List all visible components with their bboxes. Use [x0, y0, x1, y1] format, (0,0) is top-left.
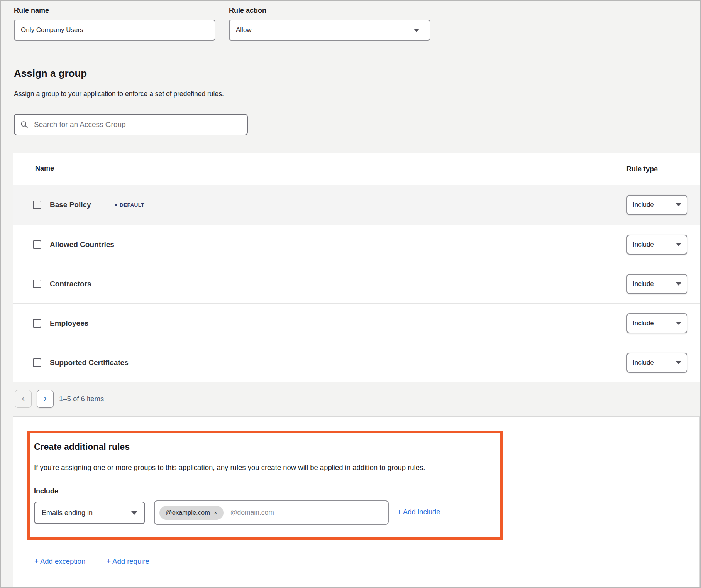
- add-require-link[interactable]: + Add require: [107, 557, 149, 566]
- row-name: Supported Certificates: [50, 358, 129, 367]
- chevron-down-icon: [676, 322, 681, 325]
- rule-type-select[interactable]: Include: [626, 313, 687, 333]
- table-row-employees: Employees Include: [13, 303, 700, 343]
- condition-value: Emails ending in: [42, 509, 93, 517]
- chevron-down-icon: [676, 243, 681, 246]
- rule-type-value: Include: [633, 241, 654, 248]
- rule-action-select[interactable]: Allow: [229, 20, 430, 41]
- rule-type-select[interactable]: Include: [626, 235, 687, 255]
- row-checkbox[interactable]: [33, 358, 41, 367]
- email-domain-input-wrapper[interactable]: @example.com ×: [154, 500, 389, 525]
- row-name: Base Policy: [50, 201, 91, 209]
- default-badge-label: DEFAULT: [120, 202, 144, 208]
- chevron-down-icon: [676, 282, 681, 286]
- rule-type-value: Include: [633, 359, 654, 367]
- rule-type-select[interactable]: Include: [626, 195, 687, 215]
- table-row-allowed-countries: Allowed Countries Include: [13, 225, 700, 264]
- table-row-base-policy: Base Policy DEFAULT Include: [13, 185, 700, 225]
- chevron-right-icon: ›: [44, 393, 47, 403]
- email-tag-value: @example.com: [166, 509, 210, 516]
- additional-rules-card: Create additional rules If you're assign…: [13, 416, 700, 588]
- rule-name-input[interactable]: [14, 20, 215, 41]
- access-group-search[interactable]: [14, 114, 248, 135]
- row-name: Employees: [50, 319, 88, 328]
- add-include-link[interactable]: + Add include: [397, 508, 440, 516]
- include-label: Include: [34, 487, 58, 495]
- chevron-left-icon: ‹: [22, 393, 25, 403]
- previous-page-button[interactable]: ‹: [15, 390, 32, 408]
- rule-name-label: Rule name: [14, 7, 49, 15]
- email-domain-input[interactable]: [230, 508, 383, 517]
- card-footer-links: + Add exception + Add require: [34, 557, 149, 566]
- email-tag: @example.com ×: [159, 506, 224, 520]
- row-checkbox[interactable]: [33, 201, 41, 209]
- row-checkbox[interactable]: [33, 240, 41, 249]
- rule-type-column-header: Rule type: [626, 165, 658, 173]
- row-name: Contractors: [50, 280, 91, 288]
- condition-select[interactable]: Emails ending in: [34, 502, 145, 524]
- rule-type-value: Include: [633, 201, 654, 209]
- chevron-down-icon: [676, 203, 681, 206]
- rule-editor-page: Rule name Rule action Allow Assign a gro…: [0, 0, 701, 588]
- rule-type-value: Include: [633, 319, 654, 327]
- rule-type-value: Include: [633, 280, 654, 288]
- chevron-down-icon: [676, 361, 681, 364]
- next-page-button[interactable]: ›: [37, 390, 54, 408]
- row-checkbox[interactable]: [33, 280, 41, 288]
- additional-rules-heading: Create additional rules: [34, 442, 130, 452]
- row-checkbox[interactable]: [33, 319, 41, 328]
- search-input[interactable]: [33, 120, 242, 129]
- rule-action-label: Rule action: [229, 7, 266, 15]
- default-badge: DEFAULT: [115, 202, 144, 208]
- additional-rules-description: If you're assigning one or more groups t…: [34, 463, 466, 472]
- search-icon: [20, 120, 29, 129]
- chevron-down-icon: [131, 511, 137, 515]
- chevron-down-icon: [413, 29, 420, 32]
- rule-type-select[interactable]: Include: [626, 274, 687, 294]
- highlight-outline: Create additional rules If you're assign…: [27, 431, 503, 540]
- bullet-icon: [115, 204, 117, 206]
- table-row-contractors: Contractors Include: [13, 264, 700, 303]
- rule-action-value: Allow: [236, 26, 252, 34]
- access-group-table: Name Rule type Base Policy DEFAULT Inclu…: [13, 153, 700, 382]
- close-icon[interactable]: ×: [214, 510, 217, 515]
- name-column-header: Name: [35, 164, 54, 172]
- pagination-status: 1–5 of 6 items: [59, 395, 104, 403]
- table-row-supported-certificates: Supported Certificates Include: [13, 343, 700, 382]
- add-exception-link[interactable]: + Add exception: [34, 557, 85, 566]
- assign-group-heading: Assign a group: [14, 68, 87, 79]
- table-header: Name Rule type: [13, 153, 700, 185]
- row-name: Allowed Countries: [50, 240, 114, 249]
- assign-group-description: Assign a group to your application to en…: [14, 90, 224, 98]
- rule-type-select[interactable]: Include: [626, 353, 687, 373]
